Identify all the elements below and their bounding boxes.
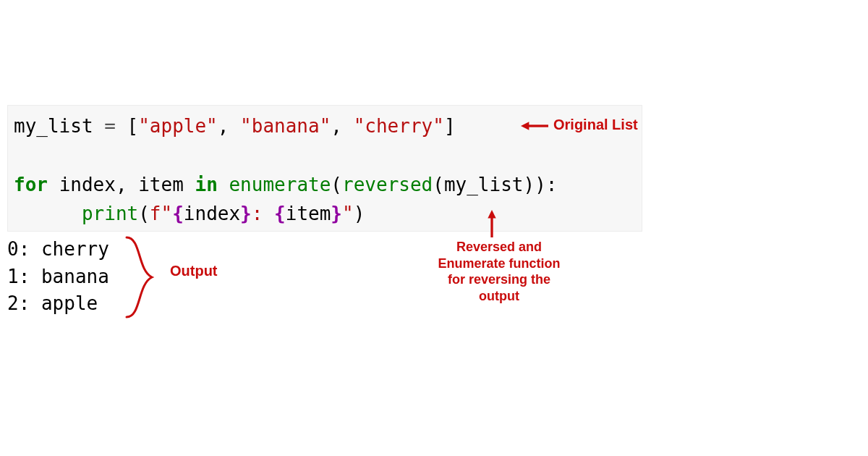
code-comma: ,	[218, 115, 240, 137]
arrow-left-icon	[521, 120, 548, 132]
code-close-paren: )	[354, 203, 365, 224]
code-open-paren: (	[433, 174, 444, 195]
code-comma: ,	[116, 174, 138, 195]
code-fstr-mid: :	[252, 203, 274, 224]
code-print: print	[82, 203, 138, 224]
code-close-paren: )	[523, 174, 535, 195]
output-block: 0: cherry 1: banana 2: apple	[7, 236, 109, 318]
code-reversed: reversed	[342, 174, 433, 195]
code-str-cherry: "cherry"	[354, 115, 444, 137]
svg-marker-1	[521, 122, 529, 130]
brace-icon	[123, 233, 159, 321]
code-var: my_list	[14, 115, 93, 137]
output-line: 2: apple	[7, 292, 98, 314]
annotation-reversed: Reversed and Enumerate function for reve…	[434, 239, 564, 304]
output-line: 1: banana	[7, 266, 109, 287]
code-comma: ,	[331, 115, 353, 137]
code-open-paren: (	[138, 203, 150, 224]
code-str-banana: "banana"	[240, 115, 331, 137]
code-open-paren: (	[331, 174, 342, 195]
code-str-apple: "apple"	[138, 115, 218, 137]
code-colon: :	[546, 174, 558, 195]
code-si-open: {	[172, 203, 184, 224]
code-si-close: }	[240, 203, 252, 224]
code-open-bracket: [	[127, 115, 139, 137]
code-fprefix: f	[150, 203, 161, 224]
code-item-name: item	[138, 174, 184, 195]
code-index-name: index	[59, 174, 116, 195]
code-for-kw: for	[14, 174, 48, 195]
code-enumerate: enumerate	[229, 174, 331, 195]
code-in-kw: in	[195, 174, 218, 195]
code-close-bracket: ]	[444, 115, 456, 137]
code-fstr-close: "	[342, 203, 354, 224]
svg-marker-3	[488, 210, 495, 218]
code-si-close: }	[331, 203, 342, 224]
code-assign-op: =	[93, 115, 127, 137]
code-close-paren: )	[535, 174, 546, 195]
code-fstr-open: "	[161, 203, 173, 224]
annotation-original-list: Original List	[553, 117, 638, 133]
output-line: 0: cherry	[7, 238, 109, 260]
code-si-name: item	[286, 203, 331, 224]
code-arg: my_list	[444, 174, 524, 195]
code-si-name: index	[184, 203, 240, 224]
arrow-up-icon	[486, 210, 498, 237]
annotation-output: Output	[170, 263, 218, 279]
code-si-open: {	[274, 203, 286, 224]
